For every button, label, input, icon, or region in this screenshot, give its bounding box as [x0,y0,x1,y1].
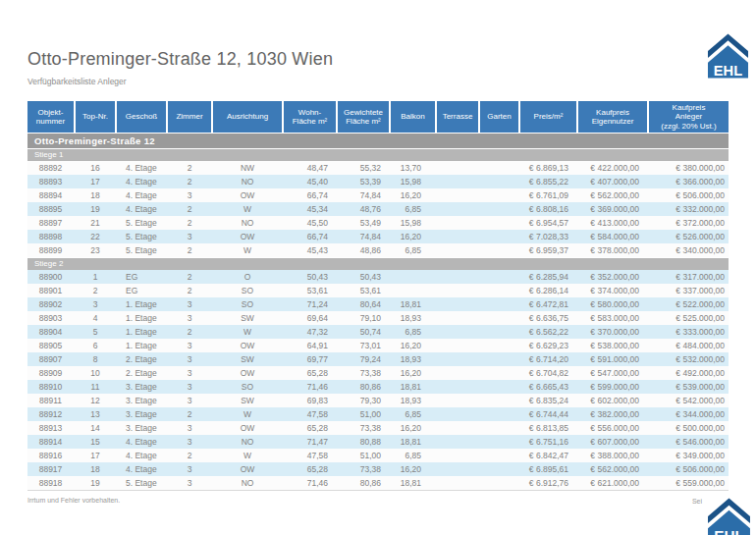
cell-garten [480,449,518,462]
cell-terrasse [437,202,478,216]
cell-wohnflaeche: 47,32 [284,325,336,339]
cell-terrasse [437,270,478,284]
cell-wohnflaeche: 71,47 [284,435,336,449]
cell-balkon: 18,81 [391,435,435,449]
cell-geschoss: 5. Etage [117,216,166,230]
cell-zimmer: 2 [168,325,211,339]
cell-top-nr: 21 [76,216,115,230]
cell-preis-m2: € 6.472,81 [520,297,576,311]
cell-objektnummer: 88918 [27,476,74,490]
cell-kaufpreis-eigennutzer: € 407.000,00 [578,175,647,188]
column-header-gewichtete-flaeche: Gewichtete Fläche m² [338,101,389,133]
cell-gewichtete-flaeche: 55,32 [338,161,389,175]
cell-ausrichtung: W [213,449,282,462]
cell-preis-m2: € 6.813,85 [520,421,576,435]
table-row: 88911123. Etage3SW69,8379,3018,93€ 6.835… [27,394,729,407]
cell-top-nr: 13 [76,407,115,421]
cell-kaufpreis-eigennutzer: € 556.000,00 [578,421,647,435]
cell-geschoss: 4. Etage [117,462,166,476]
table-row: 8890341. Etage3SW69,6479,1018,93€ 6.636,… [27,311,729,325]
cell-top-nr: 19 [76,202,115,216]
cell-geschoss: 5. Etage [117,230,166,243]
cell-geschoss: 4. Etage [117,188,166,202]
cell-top-nr: 17 [76,175,115,188]
cell-preis-m2: € 6.869,13 [520,161,576,175]
cell-gewichtete-flaeche: 53,39 [338,175,389,188]
cell-gewichtete-flaeche: 74,84 [338,230,389,243]
cell-ausrichtung: NO [213,216,282,230]
ehl-house-icon: EHL [707,497,751,535]
cell-preis-m2: € 6.835,24 [520,394,576,407]
cell-objektnummer: 88910 [27,380,74,394]
cell-kaufpreis-anleger: € 526.000,00 [649,230,729,243]
cell-garten [480,407,518,421]
cell-terrasse [437,216,478,230]
cell-ausrichtung: O [213,270,282,284]
cell-terrasse [437,230,478,243]
cell-kaufpreis-eigennutzer: € 599.000,00 [578,380,647,394]
cell-geschoss: 2. Etage [117,352,166,366]
cell-top-nr: 12 [76,394,115,407]
cell-balkon: 18,81 [391,297,435,311]
cell-kaufpreis-anleger: € 349.000,00 [649,449,729,462]
ehl-logo-text: EHL [714,63,742,79]
cell-top-nr: 10 [76,366,115,380]
cell-gewichtete-flaeche: 51,00 [338,449,389,462]
cell-geschoss: 3. Etage [117,394,166,407]
cell-gewichtete-flaeche: 50,43 [338,270,389,284]
cell-wohnflaeche: 65,28 [284,462,336,476]
cell-wohnflaeche: 69,83 [284,394,336,407]
cell-garten [480,435,518,449]
cell-terrasse [437,421,478,435]
cell-balkon: 18,81 [391,476,435,490]
cell-zimmer: 3 [168,366,211,380]
cell-geschoss: EG [117,284,166,297]
cell-preis-m2: € 6.665,43 [520,380,576,394]
cell-preis-m2: € 6.761,09 [520,188,576,202]
ehl-logo-text-bottom: EHL [714,527,744,535]
cell-zimmer: 3 [168,352,211,366]
cell-preis-m2: € 6.285,94 [520,270,576,284]
cell-objektnummer: 88913 [27,421,74,435]
cell-ausrichtung: NO [213,175,282,188]
table-row: 8890451. Etage2W47,3250,746,85€ 6.562,22… [27,325,729,339]
column-header-kaufpreis-eigennutzer: Kaufpreis Eigennutzer [578,101,647,133]
cell-kaufpreis-anleger: € 484.000,00 [649,339,729,352]
cell-terrasse [437,366,478,380]
cell-objektnummer: 88903 [27,311,74,325]
cell-garten [480,243,518,257]
cell-wohnflaeche: 66,74 [284,230,336,243]
cell-balkon [391,284,435,297]
cell-gewichtete-flaeche: 80,86 [338,476,389,490]
cell-zimmer: 2 [168,284,211,297]
cell-geschoss: 1. Etage [117,297,166,311]
cell-kaufpreis-anleger: € 344.000,00 [649,407,729,421]
cell-terrasse [437,394,478,407]
cell-objektnummer: 88893 [27,175,74,188]
cell-kaufpreis-anleger: € 506.000,00 [649,462,729,476]
table-row: 88913143. Etage3OW65,2873,3816,20€ 6.813… [27,421,729,435]
cell-ausrichtung: SO [213,297,282,311]
cell-terrasse [437,311,478,325]
table-row: 88909102. Etage3OW65,2873,3816,20€ 6.704… [27,366,729,380]
cell-garten [480,462,518,476]
cell-top-nr: 17 [76,449,115,462]
cell-wohnflaeche: 53,61 [284,284,336,297]
cell-balkon: 16,20 [391,366,435,380]
cell-kaufpreis-eigennutzer: € 369.000,00 [578,202,647,216]
page-title: Otto-Preminger-Straße 12, 1030 Wien [27,49,729,70]
cell-top-nr: 15 [76,435,115,449]
cell-geschoss: 4. Etage [117,161,166,175]
cell-ausrichtung: OW [213,339,282,352]
table-row: 88894184. Etage3OW66,7474,8416,20€ 6.761… [27,188,729,202]
cell-garten [480,311,518,325]
cell-kaufpreis-eigennutzer: € 591.000,00 [578,352,647,366]
column-header-wohnflaeche: Wohn- Fläche m² [284,101,336,133]
table-row: 88918195. Etage3NO71,4680,8618,81€ 6.912… [27,476,729,490]
cell-gewichtete-flaeche: 80,64 [338,297,389,311]
cell-kaufpreis-anleger: € 532.000,00 [649,352,729,366]
cell-preis-m2: € 6.751,16 [520,435,576,449]
cell-terrasse [437,476,478,490]
cell-zimmer: 2 [168,243,211,257]
cell-objektnummer: 88917 [27,462,74,476]
